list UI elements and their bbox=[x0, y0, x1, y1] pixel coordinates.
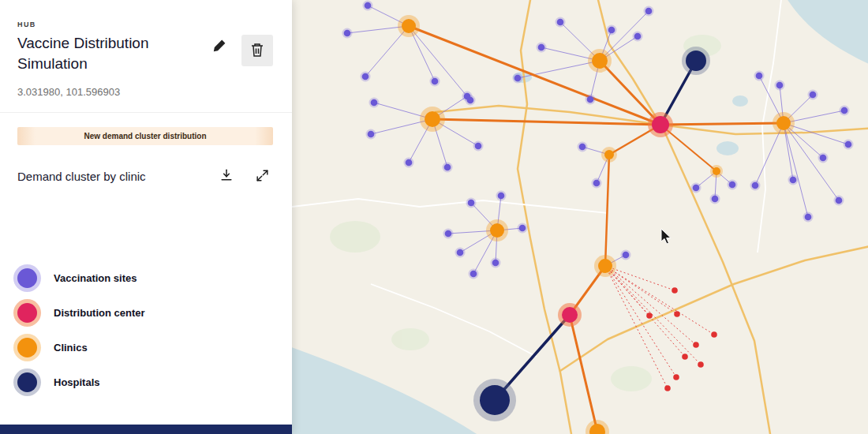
vaccination-site-node[interactable] bbox=[470, 271, 477, 278]
vaccination-site-node[interactable] bbox=[593, 180, 600, 187]
page-title: Vaccine Distribution Simulation bbox=[17, 33, 203, 73]
demand-point-node[interactable] bbox=[672, 287, 678, 294]
clinic-node[interactable] bbox=[598, 259, 612, 273]
vaccination-site-node[interactable] bbox=[645, 8, 653, 15]
vaccination-site-node[interactable] bbox=[712, 196, 719, 203]
expand-icon bbox=[255, 168, 270, 185]
demand-point-node[interactable] bbox=[711, 331, 717, 338]
distribution-center-dot bbox=[17, 303, 37, 323]
demand-point-node[interactable] bbox=[698, 361, 704, 368]
demand-point-node[interactable] bbox=[646, 312, 653, 319]
vaccination-site-node[interactable] bbox=[557, 19, 564, 26]
section-title: Demand cluster by clinic bbox=[17, 170, 146, 183]
download-button[interactable] bbox=[215, 164, 238, 189]
hub-label: HUB bbox=[17, 21, 273, 28]
sidebar: HUB Vaccine Distribution Simulation bbox=[0, 0, 292, 434]
vaccination-site-node[interactable] bbox=[820, 155, 827, 162]
vaccination-site-node[interactable] bbox=[587, 96, 594, 103]
vaccination-site-node[interactable] bbox=[475, 143, 482, 150]
legend-item-distribution-center: Distribution center bbox=[17, 295, 145, 330]
app-window: HUB Vaccine Distribution Simulation bbox=[0, 0, 868, 434]
divider bbox=[0, 112, 292, 113]
clinic-node[interactable] bbox=[402, 19, 416, 33]
hospital-node[interactable] bbox=[480, 385, 510, 415]
vaccination-site-node[interactable] bbox=[608, 27, 615, 34]
hub-coordinates: 3.031980, 101.596903 bbox=[17, 86, 273, 98]
vaccination-site-node[interactable] bbox=[432, 78, 439, 85]
legend: Vaccination sites Distribution center Cl… bbox=[17, 260, 145, 399]
demand-point-node[interactable] bbox=[682, 354, 688, 360]
vaccination-site-node[interactable] bbox=[498, 193, 505, 200]
vaccination-site-node[interactable] bbox=[464, 93, 471, 100]
clinic-node[interactable] bbox=[592, 53, 608, 69]
legend-label: Distribution center bbox=[54, 307, 145, 319]
vaccination-site-node[interactable] bbox=[538, 44, 545, 51]
vaccination-site-node[interactable] bbox=[519, 225, 526, 232]
clinic-node[interactable] bbox=[776, 116, 791, 130]
clinic-node[interactable] bbox=[425, 111, 440, 127]
vaccination-site-node[interactable] bbox=[579, 144, 586, 151]
legend-label: Vaccination sites bbox=[54, 272, 137, 284]
banner-label: New demand cluster distribution bbox=[84, 132, 206, 140]
vaccination-site-node[interactable] bbox=[362, 73, 369, 80]
clinic-node[interactable] bbox=[713, 167, 720, 175]
vaccination-site-node[interactable] bbox=[729, 181, 736, 189]
download-icon bbox=[219, 167, 234, 185]
demand-point-node[interactable] bbox=[664, 385, 671, 391]
vaccination-site-node[interactable] bbox=[344, 30, 351, 37]
map-svg bbox=[292, 0, 868, 434]
hospital-node[interactable] bbox=[686, 51, 706, 71]
expand-button[interactable] bbox=[252, 165, 273, 189]
vaccination-site-node[interactable] bbox=[776, 82, 784, 89]
hospitals-dot bbox=[17, 372, 37, 392]
pencil-icon bbox=[211, 38, 227, 56]
legend-item-vaccination-sites: Vaccination sites bbox=[17, 260, 145, 295]
demand-point-node[interactable] bbox=[693, 342, 699, 348]
clinics-dot bbox=[17, 338, 37, 357]
legend-item-clinics: Clinics bbox=[17, 330, 145, 365]
legend-label: Hospitals bbox=[54, 376, 100, 388]
new-demand-banner[interactable]: New demand cluster distribution bbox=[17, 127, 273, 145]
vaccination-site-node[interactable] bbox=[634, 33, 642, 40]
vaccination-site-node[interactable] bbox=[841, 107, 848, 114]
vaccination-site-node[interactable] bbox=[752, 182, 759, 189]
edit-button[interactable] bbox=[208, 35, 230, 59]
vaccination-site-node[interactable] bbox=[845, 141, 852, 148]
vaccination-site-node[interactable] bbox=[693, 185, 700, 192]
vaccination-site-node[interactable] bbox=[368, 131, 375, 138]
delete-button[interactable] bbox=[241, 35, 273, 66]
demand-point-node[interactable] bbox=[673, 374, 679, 380]
vaccination-site-node[interactable] bbox=[836, 197, 843, 204]
vaccination-site-node[interactable] bbox=[810, 92, 817, 99]
legend-item-hospitals: Hospitals bbox=[17, 365, 145, 399]
distribution-node[interactable] bbox=[562, 307, 578, 323]
vaccination-site-node[interactable] bbox=[790, 177, 797, 184]
vaccination-site-node[interactable] bbox=[514, 75, 522, 82]
trash-icon bbox=[250, 42, 264, 60]
clinic-route-edge bbox=[660, 123, 784, 125]
vaccination-site-node[interactable] bbox=[365, 2, 372, 9]
vaccination-site-node[interactable] bbox=[756, 73, 763, 80]
vaccination-site-node[interactable] bbox=[492, 260, 499, 267]
vaccination-site-node[interactable] bbox=[371, 99, 378, 107]
vaccination-site-node[interactable] bbox=[468, 200, 475, 207]
sidebar-footer-bar[interactable] bbox=[0, 425, 292, 434]
clinic-node[interactable] bbox=[604, 150, 614, 159]
distribution-node[interactable] bbox=[652, 116, 669, 133]
vaccination-site-node[interactable] bbox=[805, 214, 812, 221]
vaccination-site-node[interactable] bbox=[406, 159, 413, 166]
vaccination-sites-dot bbox=[17, 268, 37, 288]
legend-label: Clinics bbox=[54, 342, 88, 354]
vaccination-site-node[interactable] bbox=[623, 252, 630, 259]
vaccination-site-node[interactable] bbox=[445, 230, 452, 238]
clinic-node[interactable] bbox=[490, 223, 504, 238]
demand-point-node[interactable] bbox=[674, 311, 680, 317]
vaccination-site-node[interactable] bbox=[457, 249, 464, 256]
map-canvas[interactable] bbox=[292, 0, 868, 434]
vaccination-site-node[interactable] bbox=[444, 164, 451, 171]
